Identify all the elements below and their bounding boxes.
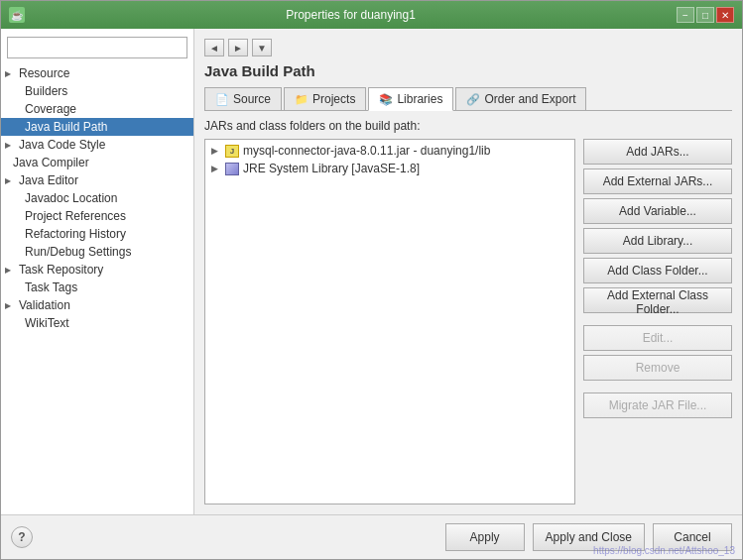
tab-projects[interactable]: 📁Projects (284, 87, 366, 110)
sidebar-item-label: Builders (25, 84, 67, 98)
content-area: ▶ResourceBuildersCoverageJava Build Path… (1, 29, 742, 514)
add-jars-button[interactable]: Add JARs... (583, 139, 732, 165)
watermark: https://blog.csdn.net/Attshoo_13 (593, 545, 735, 556)
expand-arrow-icon: ▶ (5, 266, 15, 275)
button-panel: Add JARs... Add External JARs... Add Var… (583, 139, 732, 504)
tabs-bar: 📄Source📁Projects📚Libraries🔗Order and Exp… (204, 87, 732, 111)
jar-expand-icon: ▶ (211, 164, 221, 173)
tab-label: Projects (312, 92, 355, 106)
tab-label: Source (233, 92, 271, 106)
edit-button[interactable]: Edit... (583, 325, 732, 351)
titlebar: ☕ Properties for duanying1 − □ ✕ (1, 1, 742, 29)
minimize-button[interactable]: − (677, 7, 694, 23)
expand-arrow-icon: ▶ (5, 301, 15, 310)
jar-expand-icon: ▶ (211, 146, 221, 156)
jar-list[interactable]: ▶Jmysql-connector-java-8.0.11.jar - duan… (204, 139, 575, 504)
sidebar-item-wikitext[interactable]: WikiText (1, 314, 193, 332)
sidebar-item-label: Java Editor (19, 173, 78, 187)
add-external-jars-button[interactable]: Add External JARs... (583, 168, 732, 194)
sidebar-item-resource[interactable]: ▶Resource (1, 64, 193, 82)
sidebar-search-input[interactable] (7, 37, 187, 58)
expand-arrow-icon: ▶ (5, 176, 15, 185)
sidebar-item-refactoring-history[interactable]: Refactoring History (1, 225, 193, 243)
order-export-tab-icon: 🔗 (466, 93, 480, 106)
help-button[interactable]: ? (11, 526, 33, 548)
jar-icon: J (225, 145, 239, 158)
sidebar-item-java-editor[interactable]: ▶Java Editor (1, 171, 193, 189)
jar-item-mysql-jar[interactable]: ▶Jmysql-connector-java-8.0.11.jar - duan… (207, 142, 572, 160)
panel-title: Java Build Path (204, 62, 732, 79)
sidebar-items: ▶ResourceBuildersCoverageJava Build Path… (1, 64, 193, 332)
sidebar-item-label: Validation (19, 298, 70, 312)
sidebar-item-label: Coverage (25, 102, 76, 116)
jar-list-label: JARs and class folders on the build path… (204, 119, 732, 133)
tab-source[interactable]: 📄Source (204, 87, 282, 110)
sidebar-item-label: Javadoc Location (25, 191, 117, 205)
jre-icon (225, 163, 239, 175)
tab-label: Libraries (397, 92, 442, 106)
maximize-button[interactable]: □ (696, 7, 714, 23)
app-icon: ☕ (9, 7, 25, 23)
properties-window: ☕ Properties for duanying1 − □ ✕ ▶Resour… (0, 0, 743, 560)
sidebar-item-java-build-path[interactable]: Java Build Path (1, 118, 193, 136)
sidebar-item-label: Task Tags (25, 280, 77, 294)
add-external-class-folder-button[interactable]: Add External Class Folder... (583, 287, 732, 313)
sidebar-item-validation[interactable]: ▶Validation (1, 296, 193, 314)
sidebar-item-label: Resource (19, 66, 69, 80)
sidebar-item-label: Java Build Path (25, 120, 107, 134)
jar-label: mysql-connector-java-8.0.11.jar - duanyi… (243, 144, 490, 158)
expand-arrow-icon: ▶ (5, 141, 15, 150)
expand-arrow-icon: ▶ (5, 69, 15, 78)
tab-libraries[interactable]: 📚Libraries (368, 87, 453, 111)
main-panel: ◄ ► ▼ Java Build Path 📄Source📁Projects📚L… (194, 29, 742, 514)
sidebar-item-label: Project References (25, 209, 126, 223)
nav-dropdown-button[interactable]: ▼ (252, 39, 272, 56)
jar-item-jre-library[interactable]: ▶JRE System Library [JavaSE-1.8] (207, 160, 572, 177)
sidebar-item-coverage[interactable]: Coverage (1, 100, 193, 118)
sidebar: ▶ResourceBuildersCoverageJava Build Path… (1, 29, 194, 514)
sidebar-item-label: Java Code Style (19, 138, 105, 152)
add-library-button[interactable]: Add Library... (583, 228, 732, 254)
sidebar-item-task-repository[interactable]: ▶Task Repository (1, 261, 193, 279)
sidebar-item-java-compiler[interactable]: Java Compiler (1, 154, 193, 171)
sidebar-item-project-references[interactable]: Project References (1, 207, 193, 225)
tab-label: Order and Export (484, 92, 575, 106)
sidebar-item-builders[interactable]: Builders (1, 82, 193, 100)
sidebar-item-label: Java Compiler (13, 156, 89, 169)
window-controls: − □ ✕ (677, 7, 734, 23)
footer-left: ? (11, 526, 437, 548)
close-button[interactable]: ✕ (716, 7, 734, 23)
source-tab-icon: 📄 (215, 93, 229, 106)
tab-order-export[interactable]: 🔗Order and Export (455, 87, 586, 110)
nav-forward-button[interactable]: ► (228, 39, 248, 56)
sidebar-item-label: Run/Debug Settings (25, 245, 131, 259)
add-class-folder-button[interactable]: Add Class Folder... (583, 258, 732, 283)
sidebar-item-javadoc-location[interactable]: Javadoc Location (1, 189, 193, 207)
apply-button[interactable]: Apply (445, 523, 525, 551)
sidebar-item-label: Refactoring History (25, 227, 126, 241)
nav-bar: ◄ ► ▼ (204, 39, 732, 56)
sidebar-item-run-debug-settings[interactable]: Run/Debug Settings (1, 243, 193, 261)
sidebar-item-java-code-style[interactable]: ▶Java Code Style (1, 136, 193, 154)
split-area: ▶Jmysql-connector-java-8.0.11.jar - duan… (204, 139, 732, 504)
libraries-tab-icon: 📚 (379, 93, 393, 106)
sidebar-item-label: WikiText (25, 316, 69, 330)
projects-tab-icon: 📁 (295, 93, 309, 106)
nav-back-button[interactable]: ◄ (204, 39, 224, 56)
jar-label: JRE System Library [JavaSE-1.8] (243, 162, 420, 175)
sidebar-item-label: Task Repository (19, 263, 103, 277)
remove-button[interactable]: Remove (583, 355, 732, 381)
sidebar-item-task-tags[interactable]: Task Tags (1, 279, 193, 296)
add-variable-button[interactable]: Add Variable... (583, 198, 732, 224)
window-title: Properties for duanying1 (25, 8, 677, 22)
migrate-jar-button[interactable]: Migrate JAR File... (583, 392, 732, 418)
